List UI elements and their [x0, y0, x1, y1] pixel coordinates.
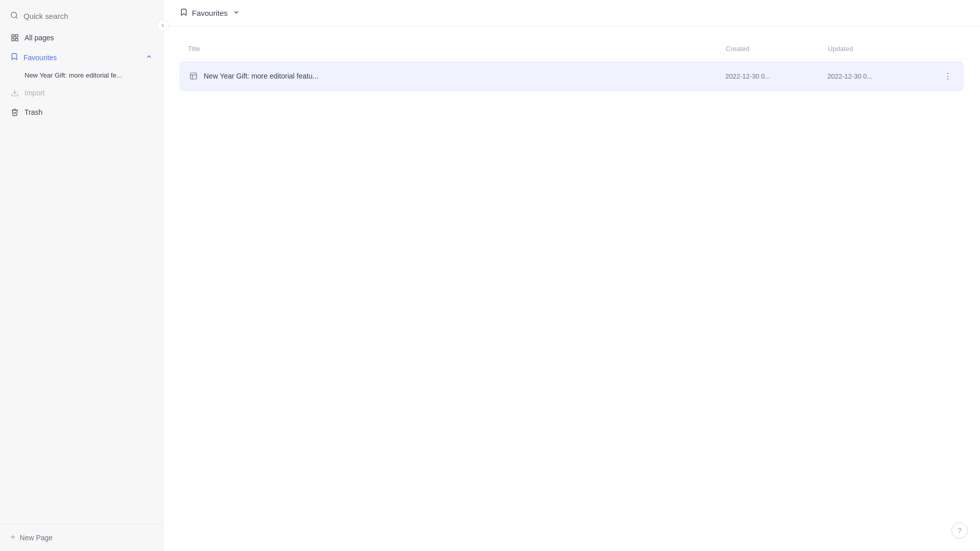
help-button[interactable]: ?	[951, 522, 968, 539]
new-page-button[interactable]: + New Page	[0, 523, 163, 551]
trash-icon	[10, 108, 19, 117]
more-options-button[interactable]: ⋮	[941, 69, 955, 83]
svg-point-0	[11, 12, 17, 18]
pages-icon	[10, 33, 19, 42]
svg-rect-7	[190, 73, 197, 79]
plus-icon: +	[10, 532, 16, 543]
all-pages-label: All pages	[24, 34, 54, 42]
main-header: Favourites	[163, 0, 980, 27]
sidebar: Quick search All pages	[0, 0, 163, 551]
row-title-cell: New Year Gift: more editorial featu...	[188, 71, 725, 81]
row-updated-date: 2022-12-30 0...	[827, 72, 929, 80]
svg-rect-5	[15, 38, 18, 41]
table-row[interactable]: New Year Gift: more editorial featu... 2…	[180, 61, 964, 91]
page-title-text: Favourites	[192, 9, 228, 17]
favourites-sub-item[interactable]: New Year Gift: more editorial fe...	[0, 67, 163, 83]
svg-line-1	[16, 17, 17, 18]
sidebar-item-import[interactable]: Import	[0, 83, 163, 103]
sidebar-item-trash[interactable]: Trash	[0, 103, 163, 122]
row-actions: ⋮	[929, 69, 955, 83]
svg-rect-2	[12, 35, 14, 37]
chevron-up-icon	[145, 53, 153, 62]
row-created-date: 2022-12-30 0...	[725, 72, 827, 80]
quick-search-label: Quick search	[23, 12, 68, 20]
main-body: Title Created Updated New Year Gift: mor…	[163, 27, 980, 551]
main-content: Favourites Title Created Updated	[163, 0, 980, 551]
import-icon	[10, 88, 19, 97]
new-page-label: New Page	[20, 534, 53, 542]
favourites-header[interactable]: Favourites	[0, 47, 163, 67]
quick-search[interactable]: Quick search	[0, 4, 163, 28]
svg-rect-4	[12, 38, 14, 41]
bookmark-icon	[10, 53, 18, 62]
import-label: Import	[24, 89, 45, 97]
table-header: Title Created Updated	[180, 39, 964, 59]
favourites-header-left: Favourites	[10, 53, 57, 62]
svg-rect-3	[15, 35, 18, 37]
header-chevron-down-icon	[233, 9, 240, 17]
row-title-text: New Year Gift: more editorial featu...	[204, 72, 318, 80]
col-created: Created	[726, 45, 828, 53]
favourites-label: Favourites	[23, 54, 57, 62]
help-icon: ?	[958, 527, 962, 535]
sidebar-item-all-pages[interactable]: All pages	[0, 28, 163, 47]
collapse-sidebar-button[interactable]	[157, 19, 169, 32]
favourites-section: Favourites New Year Gift: more editorial…	[0, 47, 163, 83]
trash-label: Trash	[24, 108, 42, 116]
col-updated: Updated	[828, 45, 930, 53]
header-bookmark-icon	[180, 8, 188, 18]
search-icon	[10, 11, 18, 21]
col-actions	[930, 45, 955, 53]
favourites-page-title[interactable]: Favourites	[180, 8, 240, 18]
page-icon	[188, 71, 199, 81]
col-title: Title	[188, 45, 726, 53]
sidebar-content: Quick search All pages	[0, 0, 163, 523]
